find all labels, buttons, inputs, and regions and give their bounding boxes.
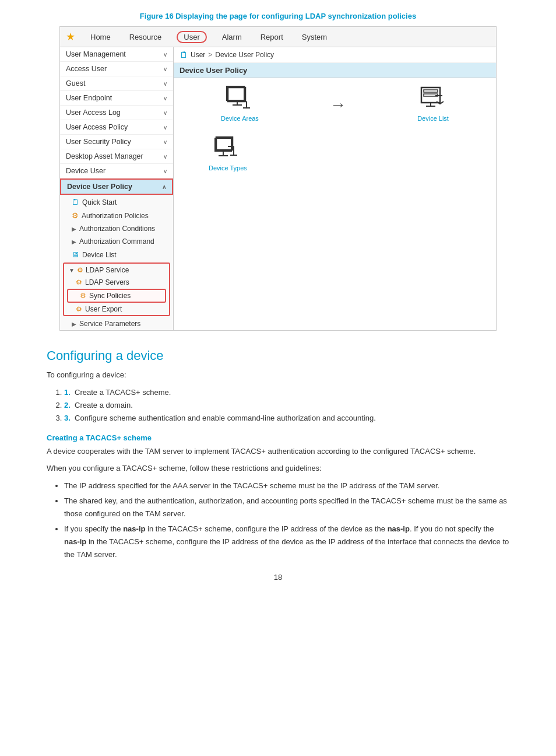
sidebar-sub-auth-policies[interactable]: ⚙ Authorization Policies [60,209,173,222]
page-content: Configuring a device To configuring a de… [47,348,509,561]
star-icon[interactable]: ★ [66,30,75,43]
sidebar-item-guest[interactable]: Guest ∨ [60,76,173,90]
sidebar-item-user-management[interactable]: User Management ∨ [60,47,173,61]
sidebar-group-user-access-policy: User Access Policy ∨ [60,120,173,135]
device-list-label: Device List [417,115,449,122]
breadcrumb-separator: > [208,51,212,59]
arrow-icon: ▶ [72,226,76,232]
nav-alarm[interactable]: Alarm [219,32,245,43]
svg-rect-1 [227,86,244,100]
sync-icon: ⚙ [80,292,86,300]
subsection-title: Creating a TACACS+ scheme [47,433,509,442]
figure-caption: Figure 16 Displaying the page for config… [47,12,509,20]
sidebar-sub-auth-conditions[interactable]: ▶ Authorization Conditions [60,222,173,235]
bullet-1: The IP address specified for the AAA ser… [64,480,509,492]
svg-rect-20 [230,155,237,156]
page-number: 18 [47,573,509,582]
export-icon: ⚙ [76,305,82,313]
sidebar-item-access-user[interactable]: Access User ∨ [60,62,173,76]
ldap-servers-item[interactable]: ⚙ LDAP Servers [64,276,169,288]
ldap-icon: ⚙ [77,266,83,274]
chevron-icon: ∨ [163,95,167,102]
device-types-item[interactable]: Device Types [209,134,247,172]
device-list-icon [419,84,447,112]
right-arrow-icon: → [330,96,346,114]
device-icon: 🖥 [72,250,79,259]
chevron-icon: ∨ [163,66,167,72]
auth-icon: ⚙ [72,211,79,220]
ldap-service-header[interactable]: ▼ ⚙ LDAP Service [64,264,169,276]
device-areas-icon [226,84,254,112]
arrow-icon: ▶ [72,321,76,327]
sidebar-sub-service-params[interactable]: ▶ Service Parameters [60,317,173,330]
chevron-icon: ∨ [163,80,167,87]
ldap-service-group: ▼ ⚙ LDAP Service ⚙ LDAP Servers ⚙ Sync P… [63,262,170,316]
sidebar-item-user-security-policy[interactable]: User Security Policy ∨ [60,135,173,149]
sidebar-group-user-security-policy: User Security Policy ∨ [60,135,173,149]
svg-rect-15 [215,138,231,151]
sidebar-item-user-access-policy[interactable]: User Access Policy ∨ [60,120,173,134]
sidebar-group-device-user: Device User ∨ [60,164,173,178]
sidebar-group-guest: Guest ∨ [60,76,173,91]
para2: When you configure a TACACS+ scheme, fol… [47,463,509,475]
nav-bar: ★ Home Resource User Alarm Report System [60,27,496,47]
svg-rect-8 [424,90,438,92]
device-areas-item[interactable]: Device Areas [221,84,259,122]
sidebar-item-user-access-log[interactable]: User Access Log ∨ [60,106,173,120]
nav-report[interactable]: Report [257,32,287,43]
bullets-list: The IP address specified for the AAA ser… [64,480,509,562]
bullet-2: The shared key, and the authentication, … [64,495,509,520]
intro-text: To configuring a device: [47,369,509,382]
sidebar-group-user-access-log: User Access Log ∨ [60,106,173,120]
sidebar-item-device-user-policy[interactable]: Device User Policy ∧ [60,178,173,195]
sidebar: User Management ∨ Access User ∨ Guest ∨ … [60,47,174,330]
sidebar-item-user-endpoint[interactable]: User Endpoint ∨ [60,91,173,105]
ui-frame: ★ Home Resource User Alarm Report System… [59,26,497,331]
sidebar-sub-quick-start[interactable]: 🗒 Quick Start [60,195,173,209]
device-types-label: Device Types [209,164,247,172]
svg-rect-0 [228,88,245,102]
page-icon: 🗒 [72,198,79,206]
content-area: 🗒 User > Device User Policy Device User … [174,47,496,330]
chevron-up-icon: ∧ [162,184,166,190]
chevron-icon: ∨ [163,139,167,145]
arrow-icon: ▶ [72,239,76,245]
bullet-3: If you specify the nas-ip in the TACACS+… [64,523,509,561]
nav-resource[interactable]: Resource [126,32,166,43]
step-1: 1. Create a TACACS+ scheme. [64,386,509,399]
sidebar-item-device-user[interactable]: Device User ∨ [60,164,173,178]
breadcrumb-page: Device User Policy [215,51,274,59]
device-types-icon [214,134,242,162]
sidebar-sub-auth-command[interactable]: ▶ Authorization Command [60,235,173,248]
device-list-item[interactable]: Device List [417,84,449,122]
step-2: 2. Create a domain. [64,399,509,412]
sync-policies-item[interactable]: ⚙ Sync Policies [67,289,166,303]
sidebar-group-user-management: User Management ∨ [60,47,173,62]
ldap-server-icon: ⚙ [76,278,82,286]
svg-rect-6 [243,107,250,108]
arrow-divider: → [330,90,346,114]
steps-list: 1. Create a TACACS+ scheme. 2. Create a … [64,386,509,425]
sidebar-sub-menu: 🗒 Quick Start ⚙ Authorization Policies ▶… [60,195,173,330]
nav-system[interactable]: System [298,32,330,43]
section-title: Configuring a device [47,348,509,363]
chevron-icon: ∨ [163,110,167,116]
device-areas-label: Device Areas [221,115,259,122]
breadcrumb: 🗒 User > Device User Policy [174,47,496,63]
breadcrumb-icon: 🗒 [180,50,188,60]
device-icons-row: Device Areas → [174,78,496,128]
main-area: User Management ∨ Access User ∨ Guest ∨ … [60,47,496,330]
content-header: Device User Policy [174,63,496,78]
para1: A device cooperates with the TAM server … [47,446,509,458]
sidebar-group-access-user: Access User ∨ [60,62,173,76]
nav-user[interactable]: User [177,31,206,43]
sidebar-group-desktop-asset: Desktop Asset Manager ∨ [60,149,173,164]
sidebar-item-desktop-asset[interactable]: Desktop Asset Manager ∨ [60,149,173,163]
chevron-icon: ∨ [163,51,167,58]
chevron-icon: ∨ [163,153,167,160]
user-export-item[interactable]: ⚙ User Export [64,303,169,315]
sidebar-group-device-user-policy: Device User Policy ∧ [60,178,173,195]
sidebar-sub-device-list[interactable]: 🖥 Device List [60,248,173,261]
nav-home[interactable]: Home [87,32,114,43]
step-3: 3. Configure scheme authentication and e… [64,412,509,425]
